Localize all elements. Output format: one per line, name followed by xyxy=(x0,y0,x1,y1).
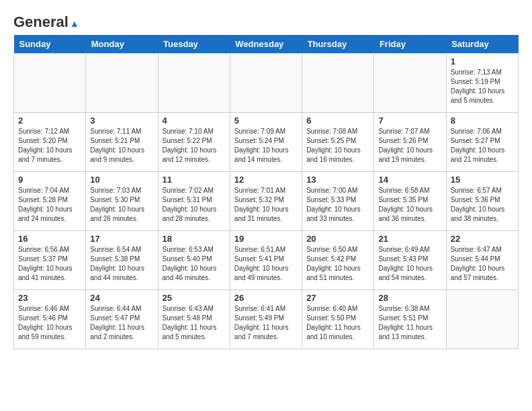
day-number: 10 xyxy=(90,175,153,185)
day-number: 6 xyxy=(306,116,369,126)
day-number: 17 xyxy=(90,234,153,244)
day-cell: 25Sunrise: 6:43 AM Sunset: 5:48 PM Dayli… xyxy=(158,290,230,349)
header-row: SundayMondayTuesdayWednesdayThursdayFrid… xyxy=(14,35,519,54)
day-info: Sunrise: 6:44 AM Sunset: 5:47 PM Dayligh… xyxy=(90,304,153,342)
day-info: Sunrise: 7:08 AM Sunset: 5:25 PM Dayligh… xyxy=(306,127,369,165)
day-info: Sunrise: 6:46 AM Sunset: 5:46 PM Dayligh… xyxy=(18,304,81,342)
day-number: 8 xyxy=(451,116,514,126)
col-header-wednesday: Wednesday xyxy=(230,35,302,54)
day-number: 9 xyxy=(18,175,81,185)
day-number: 21 xyxy=(378,234,441,244)
day-number: 11 xyxy=(163,175,226,185)
day-info: Sunrise: 7:00 AM Sunset: 5:33 PM Dayligh… xyxy=(306,186,369,224)
day-cell: 19Sunrise: 6:51 AM Sunset: 5:41 PM Dayli… xyxy=(230,231,302,290)
col-header-monday: Monday xyxy=(86,35,158,54)
day-info: Sunrise: 7:09 AM Sunset: 5:24 PM Dayligh… xyxy=(234,127,298,165)
day-cell: 3Sunrise: 7:11 AM Sunset: 5:21 PM Daylig… xyxy=(86,113,158,172)
logo: General▲ xyxy=(13,13,79,28)
col-header-thursday: Thursday xyxy=(302,35,374,54)
day-info: Sunrise: 6:50 AM Sunset: 5:42 PM Dayligh… xyxy=(306,245,369,283)
day-cell xyxy=(374,54,446,113)
day-info: Sunrise: 6:43 AM Sunset: 5:48 PM Dayligh… xyxy=(163,304,226,342)
day-cell: 17Sunrise: 6:54 AM Sunset: 5:38 PM Dayli… xyxy=(86,231,158,290)
col-header-friday: Friday xyxy=(374,35,446,54)
day-number: 7 xyxy=(378,116,441,126)
day-info: Sunrise: 7:07 AM Sunset: 5:26 PM Dayligh… xyxy=(378,127,441,165)
week-row-2: 9Sunrise: 7:04 AM Sunset: 5:28 PM Daylig… xyxy=(14,172,519,231)
day-number: 2 xyxy=(18,116,81,126)
day-info: Sunrise: 7:10 AM Sunset: 5:22 PM Dayligh… xyxy=(163,127,226,165)
day-cell xyxy=(302,54,374,113)
day-number: 5 xyxy=(234,116,298,126)
day-number: 27 xyxy=(306,293,369,303)
day-cell: 9Sunrise: 7:04 AM Sunset: 5:28 PM Daylig… xyxy=(14,172,86,231)
day-cell: 4Sunrise: 7:10 AM Sunset: 5:22 PM Daylig… xyxy=(158,113,230,172)
day-cell: 24Sunrise: 6:44 AM Sunset: 5:47 PM Dayli… xyxy=(86,290,158,349)
week-row-3: 16Sunrise: 6:56 AM Sunset: 5:37 PM Dayli… xyxy=(14,231,519,290)
day-info: Sunrise: 6:53 AM Sunset: 5:40 PM Dayligh… xyxy=(163,245,226,283)
day-number: 15 xyxy=(451,175,514,185)
day-info: Sunrise: 6:49 AM Sunset: 5:43 PM Dayligh… xyxy=(378,245,441,283)
day-cell: 23Sunrise: 6:46 AM Sunset: 5:46 PM Dayli… xyxy=(14,290,86,349)
day-info: Sunrise: 6:38 AM Sunset: 5:51 PM Dayligh… xyxy=(378,304,441,342)
day-number: 26 xyxy=(234,293,298,303)
day-cell: 22Sunrise: 6:47 AM Sunset: 5:44 PM Dayli… xyxy=(446,231,518,290)
day-info: Sunrise: 7:12 AM Sunset: 5:20 PM Dayligh… xyxy=(18,127,81,165)
day-info: Sunrise: 6:47 AM Sunset: 5:44 PM Dayligh… xyxy=(451,245,514,283)
day-cell: 1Sunrise: 7:13 AM Sunset: 5:19 PM Daylig… xyxy=(446,54,518,113)
day-cell: 10Sunrise: 7:03 AM Sunset: 5:30 PM Dayli… xyxy=(86,172,158,231)
day-cell xyxy=(446,290,518,349)
day-cell xyxy=(86,54,158,113)
day-cell: 5Sunrise: 7:09 AM Sunset: 5:24 PM Daylig… xyxy=(230,113,302,172)
col-header-tuesday: Tuesday xyxy=(158,35,230,54)
day-info: Sunrise: 7:06 AM Sunset: 5:27 PM Dayligh… xyxy=(451,127,514,165)
day-number: 25 xyxy=(163,293,226,303)
day-cell: 6Sunrise: 7:08 AM Sunset: 5:25 PM Daylig… xyxy=(302,113,374,172)
day-cell: 27Sunrise: 6:40 AM Sunset: 5:50 PM Dayli… xyxy=(302,290,374,349)
day-info: Sunrise: 6:54 AM Sunset: 5:38 PM Dayligh… xyxy=(90,245,153,283)
day-info: Sunrise: 6:40 AM Sunset: 5:50 PM Dayligh… xyxy=(306,304,369,342)
day-number: 14 xyxy=(378,175,441,185)
day-cell xyxy=(158,54,230,113)
day-number: 18 xyxy=(163,234,226,244)
week-row-0: 1Sunrise: 7:13 AM Sunset: 5:19 PM Daylig… xyxy=(14,54,519,113)
week-row-4: 23Sunrise: 6:46 AM Sunset: 5:46 PM Dayli… xyxy=(14,290,519,349)
day-info: Sunrise: 7:02 AM Sunset: 5:31 PM Dayligh… xyxy=(163,186,226,224)
logo-text: General▲ xyxy=(13,13,79,31)
week-row-1: 2Sunrise: 7:12 AM Sunset: 5:20 PM Daylig… xyxy=(14,113,519,172)
day-number: 20 xyxy=(306,234,369,244)
col-header-saturday: Saturday xyxy=(446,35,518,54)
day-cell: 16Sunrise: 6:56 AM Sunset: 5:37 PM Dayli… xyxy=(14,231,86,290)
day-info: Sunrise: 7:13 AM Sunset: 5:19 PM Dayligh… xyxy=(451,68,514,105)
day-cell xyxy=(230,54,302,113)
day-cell: 13Sunrise: 7:00 AM Sunset: 5:33 PM Dayli… xyxy=(302,172,374,231)
day-number: 28 xyxy=(378,293,441,303)
day-info: Sunrise: 7:11 AM Sunset: 5:21 PM Dayligh… xyxy=(90,127,153,165)
day-info: Sunrise: 6:41 AM Sunset: 5:49 PM Dayligh… xyxy=(234,304,298,342)
page: General▲ SundayMondayTuesdayWednesdayThu… xyxy=(0,0,532,356)
day-cell: 7Sunrise: 7:07 AM Sunset: 5:26 PM Daylig… xyxy=(374,113,446,172)
day-cell: 12Sunrise: 7:01 AM Sunset: 5:32 PM Dayli… xyxy=(230,172,302,231)
day-number: 22 xyxy=(451,234,514,244)
day-number: 1 xyxy=(451,56,514,66)
day-cell: 21Sunrise: 6:49 AM Sunset: 5:43 PM Dayli… xyxy=(374,231,446,290)
day-cell: 18Sunrise: 6:53 AM Sunset: 5:40 PM Dayli… xyxy=(158,231,230,290)
day-number: 24 xyxy=(90,293,153,303)
day-number: 3 xyxy=(90,116,153,126)
day-cell xyxy=(14,54,86,113)
day-info: Sunrise: 6:56 AM Sunset: 5:37 PM Dayligh… xyxy=(18,245,81,283)
day-number: 13 xyxy=(306,175,369,185)
header: General▲ xyxy=(13,13,519,28)
col-header-sunday: Sunday xyxy=(14,35,86,54)
day-info: Sunrise: 7:04 AM Sunset: 5:28 PM Dayligh… xyxy=(18,186,81,224)
day-cell: 26Sunrise: 6:41 AM Sunset: 5:49 PM Dayli… xyxy=(230,290,302,349)
day-cell: 14Sunrise: 6:58 AM Sunset: 5:35 PM Dayli… xyxy=(374,172,446,231)
day-info: Sunrise: 7:01 AM Sunset: 5:32 PM Dayligh… xyxy=(234,186,298,224)
day-number: 19 xyxy=(234,234,298,244)
day-info: Sunrise: 7:03 AM Sunset: 5:30 PM Dayligh… xyxy=(90,186,153,224)
day-cell: 15Sunrise: 6:57 AM Sunset: 5:36 PM Dayli… xyxy=(446,172,518,231)
day-cell: 11Sunrise: 7:02 AM Sunset: 5:31 PM Dayli… xyxy=(158,172,230,231)
day-cell: 28Sunrise: 6:38 AM Sunset: 5:51 PM Dayli… xyxy=(374,290,446,349)
day-info: Sunrise: 6:57 AM Sunset: 5:36 PM Dayligh… xyxy=(451,186,514,224)
day-cell: 20Sunrise: 6:50 AM Sunset: 5:42 PM Dayli… xyxy=(302,231,374,290)
